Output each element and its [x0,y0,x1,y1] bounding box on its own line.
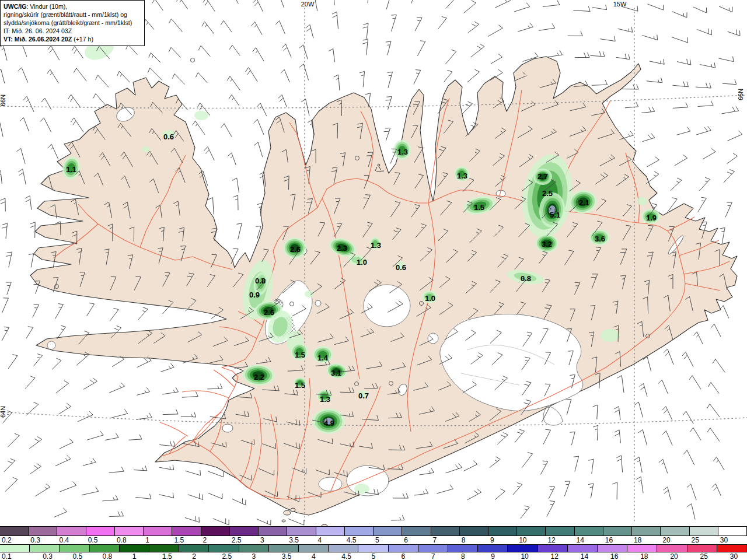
colorbar-tick-label: 6 [404,536,408,544]
precip-value: 0.9 [249,290,260,299]
precip-value: 3.1 [331,369,341,377]
colorbar-tick-label: 4 [318,536,322,544]
colorbar-segment [239,545,269,552]
precip-cell [305,290,314,298]
colorbar-tick-label: 16 [610,552,618,560]
precip-value: 1.0 [357,258,367,267]
colorbar-segment [718,527,747,536]
precip-value: 1.1 [66,165,76,174]
colorbar-bottom [0,544,747,552]
colorbar-tick-label: 3.5 [289,536,299,544]
colorbar-segment [90,545,120,552]
colorbar-tick-label: 2 [192,552,196,560]
colorbar-tick-label: 0.3 [30,536,40,544]
colorbar-segment [460,527,488,536]
legend-line-4: IT: Mið. 26. 06. 2024 03Z [4,27,141,35]
precip-value: 1.5 [295,351,305,359]
precip-value: 1.3 [397,148,408,156]
precip-value: 1.3 [457,172,467,180]
map-canvas: 20W15W66N66N64N0.61.11.31.32.72.52.15.11… [0,0,747,526]
colorbar-segment [115,527,144,536]
colorbar-tick-label: 0.4 [59,536,69,544]
meridian-label: 20W [301,1,315,8]
colorbar-segment [144,527,172,536]
colorbar-tick-label: 5 [375,536,379,544]
colorbar-tick-label: 0.8 [103,552,113,560]
colorbar-tick-label: 1.5 [162,552,172,560]
colorbar-tick-label: 25 [692,536,699,544]
colorbar-tick-label: 18 [634,536,641,544]
colorbar-segment [690,527,718,536]
colorbar-segment [488,527,517,536]
colorbar-top [0,526,747,536]
precip-value: 0.6 [396,263,406,272]
legend-line-2: rigning/skúrir (grænt/blátt/rautt - mm/1… [4,10,141,19]
precip-value: 0.8 [255,276,266,285]
parallel-label-right: 66N [737,89,744,100]
colorbar-segment [120,545,149,552]
colorbar-segment [431,527,460,536]
colorbar-segment [568,545,598,552]
precip-value: 0.7 [358,391,369,400]
precip-value: 1.4 [317,354,329,362]
precip-value: 2.1 [579,198,589,207]
precip-value: 3.6 [595,235,605,243]
colorbar-segment [627,545,657,552]
colorbar-segment [345,527,374,536]
colorbar-segment [508,545,537,552]
colorbar-tick-label: 20 [662,536,670,544]
legend-line-3: slydda/snjókoma (grátt/bleikt/grænt - mm… [4,19,141,27]
colorbar-segment [172,527,201,536]
colorbar-tick-label: 3 [260,536,264,544]
colorbar-tick-label: 1 [132,552,137,560]
colorbar-top-labels: 0.20.30.40.50.811.522.533.544.5567891012… [0,536,747,544]
colorbar-segment [269,545,299,552]
colorbar-tick-label: 0.2 [2,536,12,544]
colorbar-segment [201,527,230,536]
colorbar-tick-label: 16 [605,536,613,544]
colorbar-tick-label: 10 [519,536,526,544]
colorbar-segment [389,545,418,552]
colorbar-segment [30,545,60,552]
colorbar-segment [299,545,329,552]
legend-line-1: UWC/IG: Vindur (10m), [4,2,141,10]
colorbar-tick-label: 20 [670,552,678,560]
colorbar-tick-label: 4 [312,552,316,560]
precip-value: 0.8 [521,274,531,283]
colorbar-tick-label: 4.5 [341,552,351,560]
colorbar-segment [546,527,574,536]
colorbar-tick-label: 0.5 [72,552,82,560]
colorbar-segment [603,527,632,536]
colorbar-tick-label: 2.5 [222,552,232,560]
precip-value: 2.6 [290,245,301,254]
precip-value: 1.5 [295,381,305,390]
colorbar-tick-label: 12 [547,536,555,544]
colorbar-tick-label: 18 [640,552,648,560]
colorbar-segment [29,527,57,536]
colorbar-tick-label: 12 [551,552,558,560]
colorbar-tick-label: 0.5 [88,536,98,544]
colorbar-tick-label: 14 [581,552,588,560]
colorbar-segment [538,545,568,552]
precip-value: 1.5 [474,203,484,212]
colorbar-segment [687,545,717,552]
valid-time: VT: Mið. 26.06.2024 20Z [4,36,72,43]
colorbar-tick-label: 0.8 [117,536,127,544]
colorbar-segment [632,527,661,536]
colorbar-tick-label: 3.5 [282,552,292,560]
colorbar-tick-label: 0.3 [43,552,53,560]
colorbar-segment [57,527,86,536]
colorbar-tick-label: 6 [402,552,406,560]
model-id: UWC/IG [4,3,26,10]
colorbar-tick-label: 7 [431,552,435,560]
colorbar-tick-label: 4.5 [347,536,357,544]
colorbar-segment [86,527,115,536]
colorbar-tick-label: 30 [730,552,738,560]
precip-value: 1.3 [371,241,381,250]
precip-value: 2.2 [254,373,264,382]
colorbar-tick-label: 1.5 [174,536,184,544]
colorbar-segment [60,545,89,552]
colorbar-tick-label: 2 [203,536,207,544]
precip-value: 2.7 [537,172,548,181]
colorbar-tick-label: 8 [462,536,466,544]
